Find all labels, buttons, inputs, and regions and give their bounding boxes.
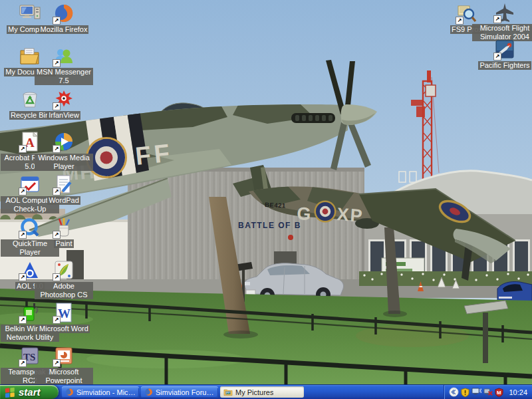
shortcut-arrow-icon: ↗ <box>19 188 27 196</box>
ms-powerpoint-icon: ↗ <box>53 345 74 366</box>
desktop-icon-label: IrfanView <box>47 111 80 120</box>
desktop-icon-label: Adobe Photoshop CS <box>35 282 93 299</box>
windows-media-player-icon: ↗ <box>53 131 74 152</box>
taskbar-button-simviation[interactable]: Simviation - Microsoft... <box>62 386 139 398</box>
shortcut-arrow-icon: ↗ <box>493 15 501 23</box>
firefox-icon: ↗ <box>53 3 74 24</box>
taskbar-button-simviation-forums[interactable]: Simviation Forums - F... <box>141 386 218 398</box>
firefox-icon <box>144 388 153 396</box>
windows-flag-icon <box>5 387 15 398</box>
desktop-icon-label: Microsoft Powerpoint <box>35 368 93 384</box>
windows-xp-desktop: BATTLE OF B <box>0 0 532 399</box>
desktop-icon-wmp[interactable]: ↗ Windows Media Player <box>35 131 93 171</box>
flight-simulator-icon: ↗ <box>494 1 515 23</box>
shortcut-arrow-icon: ↗ <box>53 59 61 67</box>
shortcut-arrow-icon: ↗ <box>456 17 464 25</box>
paint-icon: ↗ <box>53 217 74 238</box>
desktop-icon-photoshop[interactable]: ↗ Adobe Photoshop CS <box>35 259 93 299</box>
shortcut-arrow-icon: ↗ <box>53 231 61 239</box>
system-tray: M 10:24 <box>444 385 532 399</box>
desktop-icon-msn-messenger[interactable]: ↗ MSN Messenger 7.5 <box>35 45 93 85</box>
ms-word-icon: W↗ <box>53 302 74 323</box>
desktop-icon-ms-powerpoint[interactable]: ↗ Microsoft Powerpoint <box>35 345 93 384</box>
desktop-icon-label: WordPad <box>47 196 80 205</box>
taskbar-button-title: My Pictures <box>235 388 273 396</box>
desktop-icon-label: Mozilla Firefox <box>39 25 89 34</box>
shortcut-arrow-icon: ↗ <box>19 145 27 153</box>
wordpad-icon: ↗ <box>53 174 74 195</box>
desktop-icon-label: MSN Messenger 7.5 <box>35 68 93 85</box>
desktop-icon-label: Paint <box>54 239 73 248</box>
shortcut-arrow-icon: ↗ <box>19 231 27 239</box>
svg-text:A: A <box>25 136 35 150</box>
msn-messenger-icon: ↗ <box>53 45 74 66</box>
security-alert-shield-icon[interactable] <box>461 388 469 397</box>
svg-text:M: M <box>497 389 501 395</box>
start-label: start <box>19 386 41 398</box>
desktop-icon-irfanview[interactable]: ↗ IrfanView <box>35 88 93 120</box>
pacific-fighters-icon: ↗ <box>494 39 515 60</box>
start-button[interactable]: start <box>0 385 59 399</box>
connection-error-icon[interactable] <box>483 388 493 396</box>
desktop[interactable]: BATTLE OF B <box>0 0 532 384</box>
taskbar-button-title: Simviation Forums - F... <box>156 388 215 396</box>
shortcut-arrow-icon: ↗ <box>19 359 27 367</box>
display-settings-icon[interactable] <box>471 388 481 396</box>
spitfire-code-right: FF <box>134 138 174 170</box>
shortcut-arrow-icon: ↗ <box>53 145 61 153</box>
shortcut-arrow-icon: ↗ <box>53 102 61 110</box>
desktop-icon-flight-simulator[interactable]: ↗ Microsoft Flight Simulator 2004 <box>472 1 532 41</box>
shortcut-arrow-icon: ↗ <box>53 17 61 25</box>
desktop-icon-label: Pacific Fighters <box>478 61 531 70</box>
collapse-chevron-icon[interactable] <box>449 387 459 397</box>
irfanview-icon: ↗ <box>53 88 74 110</box>
hurricane-code-left: G <box>297 203 312 224</box>
antivirus-shield-icon[interactable]: M <box>495 388 503 397</box>
taskbar-clock[interactable]: 10:24 <box>509 388 527 396</box>
desktop-icon-ms-word[interactable]: W↗ Microsoft Word <box>35 302 93 333</box>
shortcut-arrow-icon: ↗ <box>53 316 61 324</box>
building-sign-text: BATTLE OF B <box>238 221 301 230</box>
desktop-icon-label: Microsoft Word <box>38 325 90 333</box>
desktop-icon-pacific-fighters[interactable]: ↗ Pacific Fighters <box>472 39 532 70</box>
taskbar: start Simviation - Microsoft... Simviati… <box>0 384 532 399</box>
hurricane-serial: BE421 <box>265 201 286 209</box>
desktop-icon-wordpad[interactable]: ↗ WordPad <box>35 174 93 205</box>
shortcut-arrow-icon: ↗ <box>493 53 501 61</box>
folder-pictures-icon <box>223 388 233 396</box>
taskbar-button-my-pictures[interactable]: My Pictures <box>220 386 304 398</box>
firefox-icon <box>65 388 74 396</box>
shortcut-arrow-icon: ↗ <box>19 316 27 324</box>
desktop-icon-firefox[interactable]: ↗ Mozilla Firefox <box>35 3 93 34</box>
shortcut-arrow-icon: ↗ <box>19 273 27 281</box>
desktop-icon-label: Windows Media Player <box>35 154 93 171</box>
shortcut-arrow-icon: ↗ <box>53 273 61 281</box>
shortcut-arrow-icon: ↗ <box>53 188 61 196</box>
photoshop-icon: ↗ <box>53 259 74 281</box>
shortcut-arrow-icon: ↗ <box>53 359 61 367</box>
taskbar-window-buttons: Simviation - Microsoft... Simviation For… <box>62 385 304 399</box>
taskbar-button-title: Simviation - Microsoft... <box>76 388 136 396</box>
desktop-icon-paint[interactable]: ↗ Paint <box>35 217 93 248</box>
